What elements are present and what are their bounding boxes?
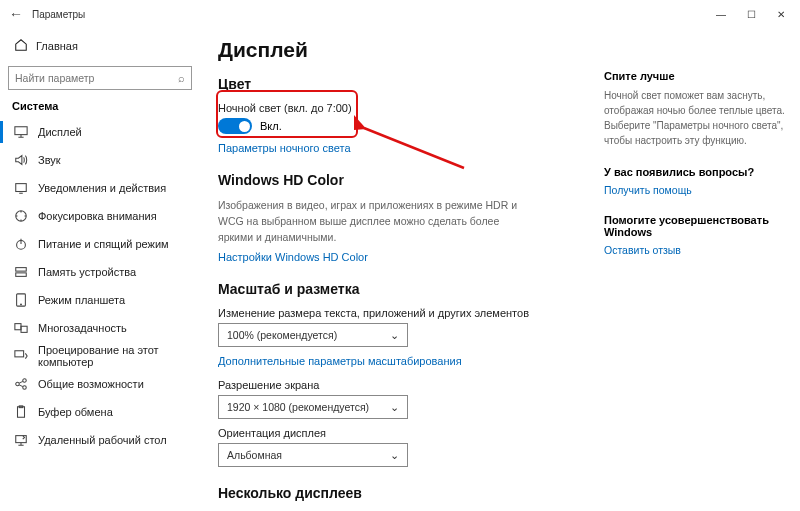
search-icon: ⌕ — [178, 72, 185, 84]
feedback-title: Помогите усовершенствовать Windows — [604, 214, 786, 238]
sidebar-item-sound[interactable]: Звук — [8, 146, 192, 174]
scale-heading: Масштаб и разметка — [218, 281, 596, 297]
side-panel: Спите лучше Ночной свет поможет вам засн… — [600, 28, 800, 511]
color-section: Цвет Ночной свет (вкл. до 7:00) Вкл. Пар… — [218, 76, 596, 154]
sidebar-item-storage[interactable]: Память устройства — [8, 258, 192, 286]
svg-rect-9 — [15, 351, 24, 357]
close-button[interactable]: ✕ — [766, 3, 796, 25]
power-icon — [14, 237, 28, 251]
sidebar-item-project[interactable]: Проецирование на этот компьютер — [8, 342, 192, 370]
project-icon — [14, 349, 28, 363]
chevron-down-icon: ⌄ — [390, 401, 399, 413]
toggle-switch[interactable] — [218, 118, 252, 134]
home-icon — [14, 38, 28, 54]
hd-heading: Windows HD Color — [218, 172, 596, 188]
sidebar-item-tablet[interactable]: Режим планшета — [8, 286, 192, 314]
sidebar-item-label: Общие возможности — [38, 378, 144, 390]
sidebar: Главная ⌕ Система ДисплейЗвукУведомления… — [0, 28, 200, 511]
sleep-better-desc: Ночной свет поможет вам заснуть, отображ… — [604, 88, 786, 148]
night-light-label: Ночной свет (вкл. до 7:00) — [218, 102, 596, 114]
home-label: Главная — [36, 40, 78, 52]
sidebar-item-label: Дисплей — [38, 126, 82, 138]
scale-section: Масштаб и разметка Изменение размера тек… — [218, 281, 596, 467]
resolution-dropdown[interactable]: 1920 × 1080 (рекомендуется) ⌄ — [218, 395, 408, 419]
night-light-settings-link[interactable]: Параметры ночного света — [218, 142, 596, 154]
notify-icon — [14, 181, 28, 195]
toggle-state: Вкл. — [260, 120, 282, 132]
orientation-value: Альбомная — [227, 449, 282, 461]
hd-settings-link[interactable]: Настройки Windows HD Color — [218, 251, 596, 263]
sidebar-item-label: Уведомления и действия — [38, 182, 166, 194]
maximize-button[interactable]: ☐ — [736, 3, 766, 25]
chevron-down-icon: ⌄ — [390, 449, 399, 461]
svg-rect-4 — [16, 273, 27, 277]
orientation-dropdown[interactable]: Альбомная ⌄ — [218, 443, 408, 467]
hd-desc: Изображения в видео, играх и приложениях… — [218, 198, 528, 245]
svg-rect-1 — [16, 184, 27, 192]
sidebar-item-focus[interactable]: Фокусировка внимания — [8, 202, 192, 230]
sidebar-item-label: Звук — [38, 154, 61, 166]
svg-point-6 — [21, 304, 22, 305]
back-button[interactable]: ← — [4, 2, 28, 26]
sidebar-item-label: Режим планшета — [38, 294, 125, 306]
feedback-link[interactable]: Оставить отзыв — [604, 244, 786, 256]
sound-icon — [14, 153, 28, 167]
sidebar-item-multi[interactable]: Многозадачность — [8, 314, 192, 342]
clip-icon — [14, 405, 28, 419]
text-size-dropdown[interactable]: 100% (рекомендуется) ⌄ — [218, 323, 408, 347]
svg-point-10 — [16, 382, 20, 386]
remote-icon — [14, 433, 28, 447]
multi-icon — [14, 321, 28, 335]
svg-rect-0 — [15, 127, 27, 135]
resolution-value: 1920 × 1080 (рекомендуется) — [227, 401, 369, 413]
titlebar: ← Параметры — ☐ ✕ — [0, 0, 800, 28]
svg-point-11 — [23, 379, 27, 383]
shared-icon — [14, 377, 28, 391]
page-title: Дисплей — [218, 38, 596, 62]
sidebar-item-display[interactable]: Дисплей — [8, 118, 192, 146]
focus-icon — [14, 209, 28, 223]
svg-rect-7 — [15, 324, 21, 330]
sidebar-item-label: Многозадачность — [38, 322, 127, 334]
sleep-better-title: Спите лучше — [604, 70, 786, 82]
sidebar-item-notify[interactable]: Уведомления и действия — [8, 174, 192, 202]
text-size-label: Изменение размера текста, приложений и д… — [218, 307, 596, 319]
sidebar-item-label: Фокусировка внимания — [38, 210, 157, 222]
svg-rect-8 — [21, 326, 27, 332]
color-heading: Цвет — [218, 76, 596, 92]
sidebar-item-remote[interactable]: Удаленный рабочий стол — [8, 426, 192, 454]
group-title: Система — [12, 100, 192, 112]
sidebar-item-power[interactable]: Питание и спящий режим — [8, 230, 192, 258]
sidebar-item-shared[interactable]: Общие возможности — [8, 370, 192, 398]
display-icon — [14, 125, 28, 139]
search-box[interactable]: ⌕ — [8, 66, 192, 90]
window-title: Параметры — [32, 9, 85, 20]
home-link[interactable]: Главная — [8, 34, 192, 58]
sidebar-item-label: Питание и спящий режим — [38, 238, 169, 250]
sidebar-item-label: Буфер обмена — [38, 406, 113, 418]
sidebar-item-label: Удаленный рабочий стол — [38, 434, 167, 446]
multi-display-heading: Несколько дисплеев — [218, 485, 596, 501]
sidebar-item-label: Память устройства — [38, 266, 136, 278]
minimize-button[interactable]: — — [706, 3, 736, 25]
text-size-value: 100% (рекомендуется) — [227, 329, 337, 341]
advanced-scale-link[interactable]: Дополнительные параметры масштабирования — [218, 355, 596, 367]
tablet-icon — [14, 293, 28, 307]
orientation-label: Ориентация дисплея — [218, 427, 596, 439]
night-light-toggle[interactable]: Вкл. — [218, 118, 596, 134]
svg-point-12 — [23, 386, 27, 390]
search-input[interactable] — [15, 72, 178, 84]
svg-rect-15 — [16, 436, 27, 443]
main-content: Дисплей Цвет Ночной свет (вкл. до 7:00) … — [200, 28, 600, 511]
sidebar-item-label: Проецирование на этот компьютер — [38, 344, 186, 368]
storage-icon — [14, 265, 28, 279]
hd-color-section: Windows HD Color Изображения в видео, иг… — [218, 172, 596, 263]
get-help-link[interactable]: Получить помощь — [604, 184, 786, 196]
svg-rect-13 — [18, 407, 25, 418]
svg-rect-3 — [16, 268, 27, 272]
resolution-label: Разрешение экрана — [218, 379, 596, 391]
window-controls: — ☐ ✕ — [706, 3, 796, 25]
chevron-down-icon: ⌄ — [390, 329, 399, 341]
questions-title: У вас появились вопросы? — [604, 166, 786, 178]
sidebar-item-clip[interactable]: Буфер обмена — [8, 398, 192, 426]
